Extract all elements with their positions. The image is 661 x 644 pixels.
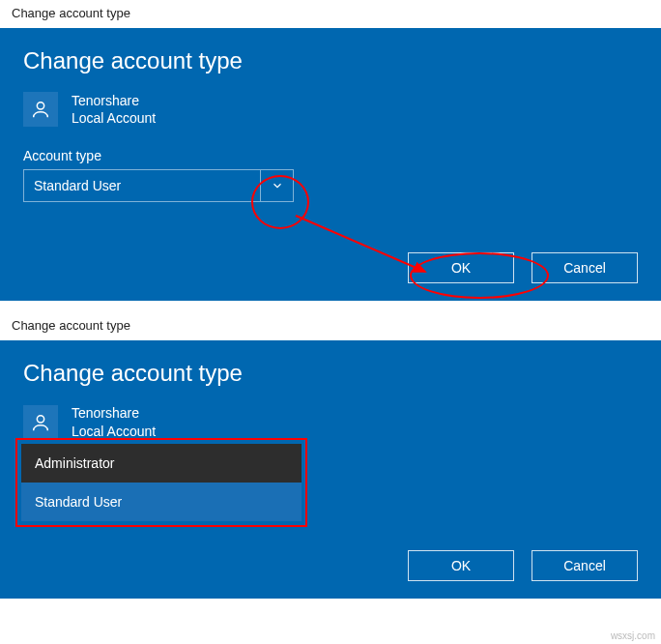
- dropdown-selected-value: Standard User: [24, 170, 260, 201]
- user-name-1: Tenorshare: [72, 92, 156, 109]
- option-admin-label: Administrator: [35, 455, 114, 471]
- user-avatar-icon: [23, 92, 58, 127]
- titlebar-2: Change account type: [0, 312, 661, 340]
- account-type-dropdown[interactable]: Standard User: [23, 169, 294, 202]
- titlebar-text-1: Change account type: [12, 6, 130, 20]
- titlebar-1: Change account type: [0, 0, 661, 28]
- chevron-down-icon: [271, 179, 284, 192]
- cancel-label-1: Cancel: [563, 260, 606, 276]
- cancel-button[interactable]: Cancel: [532, 252, 638, 283]
- user-name-2: Tenorshare: [72, 404, 156, 422]
- cancel-label-2: Cancel: [563, 558, 606, 573]
- ok-label-1: OK: [451, 260, 471, 276]
- titlebar-text-2: Change account type: [12, 318, 130, 333]
- user-sub-1: Local Account: [72, 109, 156, 127]
- panel-1: Change account type Tenorshare Local Acc…: [0, 28, 661, 301]
- watermark-text: wsxsj.com: [611, 630, 655, 641]
- window-open-dropdown: Change account type Change account type …: [0, 312, 661, 598]
- ok-label-2: OK: [451, 558, 471, 573]
- option-standard-user[interactable]: Standard User: [21, 483, 302, 521]
- panel-title-1: Change account type: [23, 47, 638, 74]
- button-row-1: OK Cancel: [23, 252, 638, 283]
- option-administrator[interactable]: Administrator: [21, 444, 302, 483]
- option-std-label: Standard User: [35, 494, 122, 510]
- window-closed-dropdown: Change account type Change account type …: [0, 0, 661, 301]
- account-type-options-list: Administrator Standard User: [21, 444, 302, 521]
- dropdown-toggle-button[interactable]: [260, 170, 293, 201]
- panel-2: Change account type Tenorshare Local Acc…: [0, 340, 661, 598]
- user-text-1: Tenorshare Local Account: [72, 92, 156, 127]
- user-row-1: Tenorshare Local Account: [23, 92, 638, 127]
- ok-button-2[interactable]: OK: [408, 550, 514, 581]
- svg-point-2: [37, 415, 43, 422]
- user-text-2: Tenorshare Local Account: [72, 404, 156, 439]
- cancel-button-2[interactable]: Cancel: [532, 550, 638, 581]
- account-type-label: Account type: [23, 148, 638, 163]
- user-row-2: Tenorshare Local Account: [23, 404, 638, 439]
- svg-point-0: [37, 102, 43, 109]
- user-sub-2: Local Account: [72, 423, 156, 440]
- ok-button[interactable]: OK: [408, 252, 514, 283]
- panel-title-2: Change account type: [23, 360, 638, 387]
- user-avatar-icon-2: [23, 405, 58, 440]
- button-row-2: OK Cancel: [23, 550, 638, 581]
